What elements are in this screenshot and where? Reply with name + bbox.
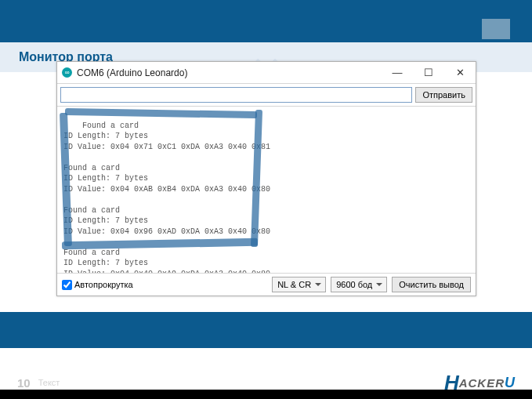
- slide-number: 10: [17, 376, 31, 390]
- window-close-button[interactable]: ✕: [444, 62, 476, 84]
- console-text: Found a card ID Length: 7 bytes ID Value…: [63, 122, 270, 274]
- window-titlebar[interactable]: COM6 (Arduino Leonardo) — ☐ ✕: [57, 62, 476, 84]
- send-button[interactable]: Отправить: [415, 87, 472, 103]
- send-row: Отправить: [57, 84, 476, 107]
- console-output: Found a card ID Length: 7 bytes ID Value…: [57, 107, 476, 273]
- baud-select[interactable]: 9600 бод: [331, 277, 387, 292]
- autoscroll-label: Автопрокрутка: [74, 280, 133, 289]
- arduino-icon: [62, 67, 72, 78]
- window-title: COM6 (Arduino Leonardo): [77, 67, 382, 78]
- autoscroll-checkbox-input[interactable]: [62, 280, 72, 290]
- bottom-toolbar: Автопрокрутка NL & CR 9600 бод Очистить …: [57, 273, 476, 296]
- serial-input[interactable]: [60, 87, 412, 103]
- autoscroll-checkbox[interactable]: Автопрокрутка: [62, 280, 133, 290]
- clear-button[interactable]: Очистить вывод: [392, 277, 471, 292]
- line-ending-select[interactable]: NL & CR: [272, 277, 326, 292]
- window-maximize-button[interactable]: ☐: [413, 62, 444, 84]
- window-minimize-button[interactable]: —: [382, 62, 413, 84]
- top-band: [0, 0, 532, 42]
- lower-band: [0, 312, 532, 348]
- bottom-black-bar: [0, 390, 532, 399]
- serial-monitor-window: COM6 (Arduino Leonardo) — ☐ ✕ Отправить …: [56, 61, 476, 296]
- corner-decoration: [482, 19, 510, 39]
- slide-footer-text: Текст: [38, 378, 60, 387]
